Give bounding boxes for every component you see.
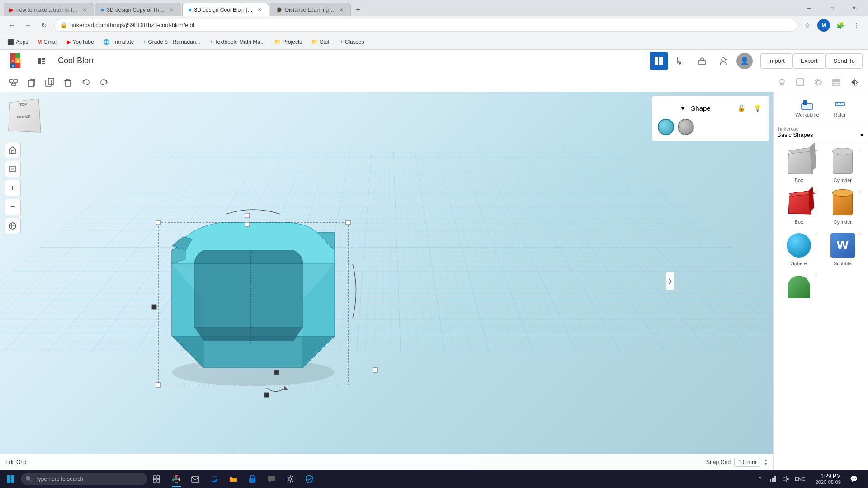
- duplicate-button[interactable]: [42, 74, 58, 90]
- browser-tab-1[interactable]: ▶ how to make a train in tinkercad ✕: [4, 3, 94, 16]
- bookmark-stuff[interactable]: 📁 Stuff: [307, 38, 334, 47]
- fit-view-button[interactable]: [5, 161, 21, 177]
- maximize-button[interactable]: ▭: [821, 0, 842, 16]
- language-indicator[interactable]: ENG: [793, 476, 807, 482]
- tray-chevron[interactable]: ⌃: [755, 474, 766, 484]
- bookmark-star-icon[interactable]: ☆: [801, 19, 814, 32]
- copy-button[interactable]: [24, 74, 40, 90]
- nav-cube[interactable]: TOP FRONT: [7, 99, 43, 136]
- shape-lightbulb-button[interactable]: 💡: [751, 102, 764, 114]
- zoom-out-button[interactable]: −: [5, 199, 21, 215]
- cylinder-gray-star[interactable]: ☆: [858, 148, 862, 153]
- refresh-button[interactable]: ↻: [38, 19, 51, 32]
- show-desktop-button[interactable]: [863, 470, 866, 488]
- tab2-close[interactable]: ✕: [168, 6, 175, 14]
- edit-grid-label[interactable]: Edit Grid: [5, 459, 27, 465]
- hole-shape-option[interactable]: [678, 119, 694, 135]
- taskbar-chrome[interactable]: [167, 470, 185, 488]
- taskbar-search[interactable]: 🔍 Type here to search: [21, 473, 147, 485]
- group-button[interactable]: [5, 74, 22, 90]
- network-icon[interactable]: [768, 474, 778, 484]
- delete-button[interactable]: [60, 74, 76, 90]
- shape-item-box-red[interactable]: ☆ Box: [779, 188, 819, 226]
- perspective-button[interactable]: [5, 218, 21, 234]
- pick-tool-button[interactable]: [671, 52, 689, 70]
- extra-star[interactable]: ☆: [814, 272, 818, 277]
- snap-down-arrow[interactable]: ▼: [764, 462, 768, 466]
- snap-grid-stepper[interactable]: ▲ ▼: [764, 459, 768, 466]
- shape-lock-button[interactable]: 🔓: [735, 102, 747, 114]
- shape-item-cylinder-gray[interactable]: ☆ Cylinder: [823, 147, 863, 185]
- shape-item-extra[interactable]: ☆: [779, 272, 819, 302]
- grid-view-button[interactable]: [650, 52, 668, 70]
- bookmark-classes[interactable]: + Classes: [336, 38, 368, 47]
- taskbar-edge[interactable]: [205, 470, 223, 488]
- home-view-button[interactable]: [5, 142, 21, 158]
- task-view-button[interactable]: [148, 471, 165, 487]
- extensions-icon[interactable]: 🧩: [834, 19, 846, 32]
- browser-tab-2[interactable]: ■ 3D design Copy of Thomas The... ✕: [95, 3, 181, 16]
- minimize-button[interactable]: ─: [798, 0, 819, 16]
- bookmark-projects[interactable]: 📁 Projects: [270, 38, 306, 47]
- shape-item-scribble[interactable]: ☆ W Scribble: [823, 230, 863, 268]
- bookmark-grade8[interactable]: + Grade 8 - Ramadan...: [139, 38, 204, 47]
- share-button[interactable]: [693, 52, 711, 70]
- volume-icon[interactable]: [780, 474, 791, 484]
- taskbar-clock[interactable]: 1:29 PM 2020-05-09: [812, 473, 844, 485]
- mirror-button[interactable]: [846, 74, 863, 90]
- bookmark-textbook[interactable]: + Textbook: Math Ma...: [206, 38, 269, 47]
- taskbar-chat[interactable]: [262, 470, 280, 488]
- send-to-button[interactable]: Send To: [826, 53, 863, 69]
- tab4-close[interactable]: ✕: [338, 6, 345, 14]
- tab1-close[interactable]: ✕: [81, 6, 88, 14]
- new-tab-button[interactable]: +: [352, 4, 364, 16]
- workplane-button[interactable]: Workplane: [792, 96, 822, 119]
- export-button[interactable]: Export: [793, 53, 826, 69]
- shape-panel-collapse[interactable]: ▼: [678, 103, 687, 113]
- light-bulb-button[interactable]: [774, 74, 790, 90]
- undo-button[interactable]: [78, 74, 94, 90]
- shape-item-box-gray[interactable]: ☆ Box: [779, 147, 819, 185]
- taskbar-explorer[interactable]: [224, 470, 242, 488]
- user-avatar[interactable]: 👤: [736, 53, 753, 69]
- scribble-star[interactable]: ☆: [858, 231, 862, 236]
- back-button[interactable]: ←: [5, 19, 18, 32]
- browser-tab-4[interactable]: 🎓 Distance Learning with Tinkerca... ✕: [270, 3, 351, 16]
- profile-icon[interactable]: M: [817, 19, 830, 32]
- ruler-button[interactable]: Ruler: [830, 96, 850, 119]
- design-name[interactable]: Cool Blorr: [58, 56, 94, 66]
- redo-button[interactable]: [96, 74, 112, 90]
- sphere-star[interactable]: ☆: [814, 231, 818, 236]
- start-button[interactable]: [2, 471, 20, 487]
- bookmark-apps[interactable]: ⬛ Apps: [4, 38, 32, 47]
- browser-tab-3[interactable]: ■ 3D design Cool Blorr | Tinkercad ✕: [182, 3, 269, 16]
- tinkercad-logo[interactable]: T I K E R: [5, 53, 25, 68]
- settings-button[interactable]: [810, 74, 826, 90]
- bookmark-translate[interactable]: 🌐 Translate: [99, 38, 138, 47]
- taskbar-store[interactable]: [243, 470, 261, 488]
- zoom-in-button[interactable]: +: [5, 180, 21, 196]
- tab3-close[interactable]: ✕: [256, 6, 263, 14]
- menu-icon[interactable]: ⋮: [850, 19, 863, 32]
- layers-button[interactable]: [828, 74, 844, 90]
- shapes-dropdown[interactable]: Basic Shapes ▼: [777, 131, 864, 138]
- shape-item-cylinder-orange[interactable]: ☆ Cylinder: [823, 188, 863, 226]
- import-button[interactable]: Import: [760, 53, 793, 69]
- sidebar-expand-arrow[interactable]: ❯: [665, 272, 675, 290]
- taskbar-settings[interactable]: [281, 470, 299, 488]
- close-button[interactable]: ✕: [844, 0, 864, 16]
- snap-grid-value[interactable]: 1.0 mm: [734, 458, 760, 467]
- forward-button[interactable]: →: [22, 19, 34, 32]
- solid-shape-option[interactable]: [658, 119, 674, 135]
- sidebar-toggle-button[interactable]: [33, 52, 51, 70]
- taskbar-mail[interactable]: [186, 470, 204, 488]
- address-bar[interactable]: 🔒 tinkercad.com/things/jS9BDlHhzfl-cool-…: [54, 19, 797, 32]
- add-person-button[interactable]: [715, 52, 733, 70]
- taskbar-security[interactable]: [300, 470, 318, 488]
- shape-button[interactable]: [792, 74, 808, 90]
- cylinder-orange-star[interactable]: ☆: [858, 189, 862, 194]
- bookmark-gmail[interactable]: M Gmail: [33, 38, 61, 47]
- notification-button[interactable]: 💬: [845, 471, 862, 487]
- viewport[interactable]: TOP FRONT + −: [0, 92, 773, 470]
- shape-item-sphere[interactable]: ☆ Sphere: [779, 230, 819, 268]
